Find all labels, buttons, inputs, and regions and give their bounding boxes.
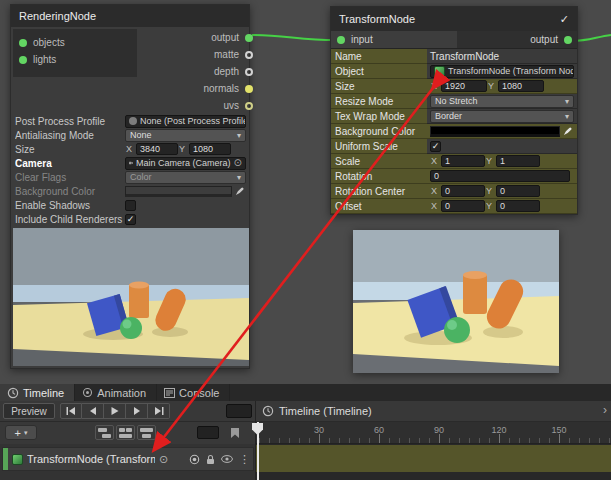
transform-track-header[interactable]: TransformNode (Transform ⊙ ⋮	[2, 447, 254, 471]
eye-icon[interactable]	[221, 455, 233, 463]
tex-wrap-mode-dropdown[interactable]: Border ▾	[430, 110, 574, 123]
enable-shadows-checkbox[interactable]	[125, 200, 136, 211]
resize-mode-dropdown[interactable]: No Stretch ▾	[430, 95, 574, 108]
rendering-node[interactable]: RenderingNode objects lights output	[10, 4, 250, 369]
input-port-dot[interactable]	[337, 36, 345, 44]
chevron-down-icon: ▾	[237, 131, 241, 140]
port-label-objects: objects	[33, 37, 65, 48]
size-x-input[interactable]: 1920	[441, 80, 487, 92]
tab-animation[interactable]: Animation	[75, 384, 157, 401]
marker-visibility-toggle[interactable]	[228, 426, 242, 440]
play-button[interactable]	[104, 403, 126, 419]
port-objects[interactable]: objects	[13, 34, 137, 51]
resize-mode-label: Resize Mode	[331, 94, 427, 109]
rotation-center-y-input[interactable]: 0	[496, 185, 540, 197]
include-child-renderers-checkbox[interactable]: ✓	[125, 214, 136, 225]
previous-frame-button[interactable]	[82, 403, 104, 419]
transform-node-header[interactable]: TransformNode ✓	[331, 7, 577, 31]
row-scale: Scale X 1 Y 1	[331, 154, 577, 169]
port-output[interactable]: output	[139, 29, 249, 46]
background-color-label: Background Color	[331, 124, 427, 139]
background-color-label: Background Color	[15, 186, 125, 197]
edit-mode-mix-button[interactable]	[95, 425, 114, 440]
tab-console[interactable]: Console	[157, 384, 230, 401]
eyedropper-icon[interactable]	[232, 187, 246, 196]
size-y-input[interactable]: 1080	[498, 80, 544, 92]
post-process-profile-field[interactable]: None (Post Process Profile) ⊙	[125, 115, 246, 128]
duration-field[interactable]	[197, 426, 219, 439]
row-rotation: Rotation 0	[331, 169, 577, 184]
lock-icon[interactable]	[206, 454, 215, 465]
scale-y-input[interactable]: 1	[496, 155, 540, 167]
row-rotation-center: Rotation Center X 0 Y 0	[331, 184, 577, 199]
eyedropper-icon[interactable]	[560, 127, 574, 136]
port-matte[interactable]: matte	[139, 46, 249, 63]
timeline-ruler[interactable]: 30 60 90 120 150	[256, 422, 611, 444]
antialiasing-mode-dropdown[interactable]: None ▾	[125, 129, 246, 142]
record-track-icon[interactable]	[189, 454, 200, 465]
wire-output-to-input[interactable]	[252, 35, 336, 40]
port-dot-lights[interactable]	[19, 56, 27, 64]
transform-node-title: TransformNode	[339, 13, 415, 25]
port-dot-uvs[interactable]	[245, 102, 253, 110]
name-value[interactable]: TransformNode	[427, 49, 577, 64]
record-icon	[82, 387, 93, 398]
rotation-input[interactable]: 0	[430, 170, 570, 182]
next-frame-button[interactable]	[126, 403, 148, 419]
add-track-button[interactable]: + ▾	[5, 425, 37, 440]
object-field[interactable]: TransformNode (Transform Node ⊙	[430, 65, 574, 78]
object-picker-icon[interactable]: ⊙	[234, 158, 242, 168]
frame-counter-field[interactable]	[226, 404, 252, 418]
tab-animation-label: Animation	[97, 387, 146, 399]
scene-preview-image	[353, 230, 559, 373]
background-color-swatch[interactable]	[125, 186, 232, 197]
tab-timeline[interactable]: Timeline	[0, 384, 75, 401]
port-dot-normals[interactable]	[245, 85, 253, 93]
profile-icon	[129, 117, 137, 125]
chevron-right-icon[interactable]: ›	[603, 403, 607, 417]
go-to-start-button[interactable]	[60, 403, 82, 419]
track-menu-kebab-icon[interactable]: ⋮	[239, 454, 250, 464]
rotation-center-x-input[interactable]: 0	[441, 185, 485, 197]
edit-mode-replace-button[interactable]	[137, 425, 156, 440]
port-normals[interactable]: normals	[139, 80, 249, 97]
input-tab[interactable]: input	[331, 31, 457, 48]
row-size: Size X 1920 Y 1080	[331, 79, 577, 94]
track-color-strip	[3, 448, 8, 470]
transform-node-io-bar: input output	[331, 31, 577, 49]
port-uvs[interactable]: uvs	[139, 97, 249, 114]
port-dot-depth[interactable]	[245, 68, 253, 76]
port-dot-matte[interactable]	[245, 51, 253, 59]
port-depth[interactable]: depth	[139, 63, 249, 80]
object-label: Object	[331, 64, 427, 79]
object-picker-icon[interactable]: ⊙	[159, 453, 168, 466]
clear-flags-dropdown[interactable]: Color ▾	[125, 171, 246, 184]
scale-x-input[interactable]: 1	[441, 155, 485, 167]
preview-toggle-button[interactable]: Preview	[3, 403, 55, 419]
edit-mode-ripple-button[interactable]	[116, 425, 135, 440]
row-object: Object TransformNode (Transform Node ⊙	[331, 64, 577, 79]
output-port-dot[interactable]	[564, 36, 572, 44]
timeline-asset-selector[interactable]: Timeline (Timeline)	[262, 403, 372, 419]
transform-node-icon	[434, 66, 445, 77]
background-color-swatch[interactable]	[430, 126, 560, 137]
rendering-node-header[interactable]: RenderingNode	[11, 5, 249, 27]
size-y-input[interactable]: 1080	[189, 143, 231, 155]
transform-track-lane[interactable]	[256, 445, 611, 472]
size-x-input[interactable]: 3840	[136, 143, 178, 155]
output-tab[interactable]: output	[457, 31, 577, 48]
transform-node[interactable]: TransformNode ✓ input output Name Transf…	[330, 6, 578, 215]
node-enabled-checkbox[interactable]: ✓	[560, 13, 569, 26]
camera-field[interactable]: Main Camera (Camera) ⊙	[125, 157, 246, 170]
port-lights[interactable]: lights	[13, 51, 137, 68]
go-to-end-button[interactable]	[148, 403, 170, 419]
clear-flags-value: Color	[130, 172, 152, 182]
x-label: X	[431, 156, 437, 166]
camera-label: Camera	[15, 158, 125, 169]
uniform-scale-checkbox[interactable]: ✓	[430, 141, 441, 152]
offset-y-input[interactable]: 0	[496, 200, 540, 212]
port-dot-objects[interactable]	[19, 39, 27, 47]
port-dot-output[interactable]	[245, 34, 253, 42]
offset-x-input[interactable]: 0	[441, 200, 485, 212]
node-editor-canvas[interactable]: RenderingNode objects lights output	[0, 0, 611, 384]
